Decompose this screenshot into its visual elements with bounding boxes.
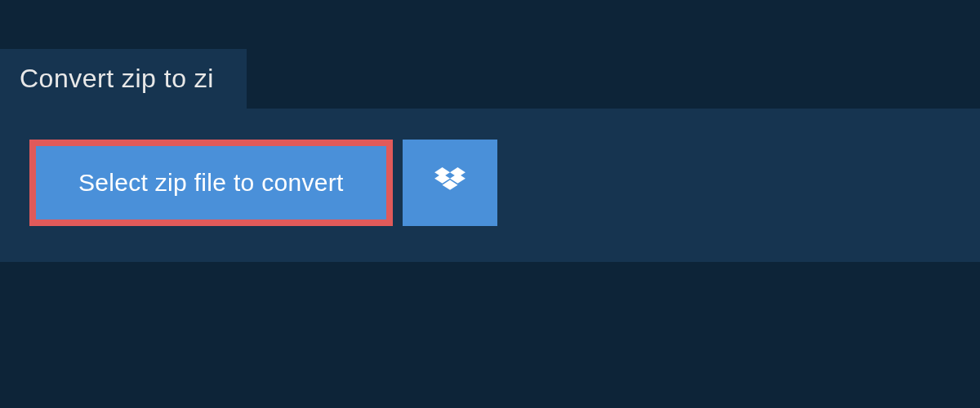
content-panel: Select zip file to convert [0,109,980,262]
tab-label: Convert zip to zi [20,64,214,93]
tab-bar: Convert zip to zi [0,0,980,109]
select-file-label: Select zip file to convert [78,169,344,197]
dropbox-icon [434,167,466,198]
button-row: Select zip file to convert [29,140,951,226]
dropbox-button[interactable] [403,140,497,226]
select-file-button[interactable]: Select zip file to convert [29,140,393,226]
tab-convert[interactable]: Convert zip to zi [0,49,247,109]
